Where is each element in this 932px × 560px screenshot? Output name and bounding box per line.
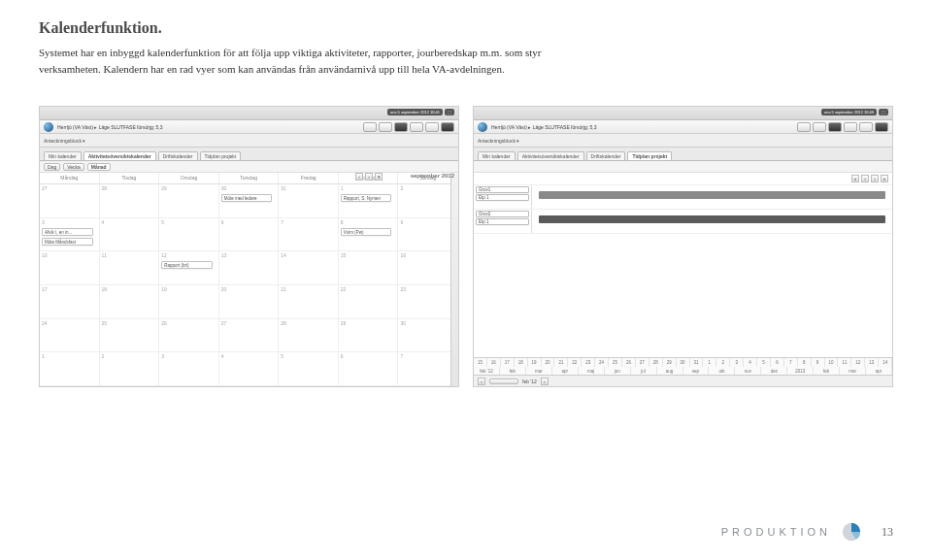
calendar-cell[interactable]: 22 bbox=[339, 285, 399, 319]
calendar-cell[interactable]: 6 bbox=[219, 218, 280, 252]
ruler-day: 9 bbox=[812, 358, 825, 367]
calendar-event[interactable]: Afvik I, en in... bbox=[42, 228, 93, 236]
subnav: Anteckningsblock ▾ bbox=[40, 134, 458, 148]
toolbar-button[interactable] bbox=[859, 122, 873, 132]
toolbar-button[interactable] bbox=[379, 122, 392, 132]
calendar-cell[interactable]: 27 bbox=[40, 184, 100, 218]
calendar-cell[interactable]: 9 bbox=[398, 218, 458, 252]
tab-aktivitet[interactable]: Aktivitetsöversiktskalender bbox=[83, 151, 156, 160]
calendar-cell[interactable]: 21 bbox=[279, 285, 339, 319]
calendar-cell[interactable]: 4 bbox=[100, 218, 160, 252]
zoom-prev[interactable]: ‹ bbox=[478, 378, 485, 385]
calendar-event[interactable]: Möte Måndsfast bbox=[42, 238, 93, 246]
day-number: 17 bbox=[42, 286, 48, 292]
calendar-cell[interactable]: 1 bbox=[40, 352, 100, 386]
subnav-label[interactable]: Anteckningsblock ▾ bbox=[44, 138, 85, 144]
group-chip[interactable]: Grov1 bbox=[476, 186, 529, 193]
calendar-cell[interactable]: 7 bbox=[279, 218, 339, 252]
calendar-cell[interactable]: 1Rapport, S. Nymen bbox=[339, 184, 399, 218]
calendar-event[interactable]: Möte med ledare bbox=[221, 194, 273, 202]
tl-first[interactable]: « bbox=[851, 175, 859, 182]
toolbar-button[interactable] bbox=[394, 122, 408, 132]
toolbar-button[interactable] bbox=[844, 122, 857, 132]
calendar-cell[interactable]: 28 bbox=[100, 184, 160, 218]
toolbar-button[interactable] bbox=[875, 122, 888, 132]
side-handle[interactable] bbox=[450, 173, 458, 386]
group-chip[interactable]: Etp 1 bbox=[476, 194, 529, 201]
tab-drift[interactable]: Driftskalender bbox=[158, 151, 198, 160]
calendar-cell[interactable]: 20 bbox=[219, 285, 280, 319]
calendar-cell[interactable]: 30Möte med ledare bbox=[219, 184, 280, 218]
toolbar-button[interactable] bbox=[441, 122, 454, 132]
tab-min-kalender[interactable]: Min kalender bbox=[478, 151, 516, 160]
toolbar-button[interactable] bbox=[410, 122, 423, 132]
toolbar-button[interactable] bbox=[425, 122, 439, 132]
timeline-lane[interactable] bbox=[532, 210, 892, 233]
calendar-cell[interactable]: 2 bbox=[100, 352, 160, 386]
calendar-cell[interactable]: 31 bbox=[279, 184, 339, 218]
month-grid[interactable]: 27282930Möte med ledare311Rapport, S. Ny… bbox=[40, 184, 458, 386]
timeline-bar[interactable] bbox=[539, 215, 884, 223]
calendar-cell[interactable]: 7 bbox=[398, 352, 458, 386]
calendar-cell[interactable]: 25 bbox=[100, 319, 160, 353]
day-number: 29 bbox=[161, 185, 167, 191]
calendar-cell[interactable]: 3 bbox=[159, 352, 219, 386]
toolbar-button[interactable] bbox=[813, 122, 826, 132]
calendar-cell[interactable]: 18 bbox=[100, 285, 160, 319]
next-month[interactable]: › bbox=[365, 173, 373, 181]
calendar-event[interactable]: Vstm (Pw) bbox=[341, 228, 392, 236]
calendar-cell[interactable]: 28 bbox=[279, 319, 339, 353]
prev-month[interactable]: ‹ bbox=[355, 173, 363, 181]
calendar-cell[interactable]: 14 bbox=[279, 251, 339, 285]
tab-aktivitet[interactable]: Aktivitetsöversiktskalender bbox=[517, 151, 584, 160]
day-number: 24 bbox=[42, 320, 48, 326]
page-footer: PRODUKTION 13 bbox=[721, 521, 893, 543]
calendar-cell[interactable]: 4 bbox=[219, 352, 280, 386]
calendar-cell[interactable]: 8Vstm (Pw) bbox=[339, 218, 399, 252]
calendar-cell[interactable]: 27 bbox=[219, 319, 280, 353]
zoom-segment[interactable] bbox=[489, 379, 518, 384]
tl-prev[interactable]: ‹ bbox=[861, 175, 869, 182]
calendar-cell[interactable]: 24 bbox=[40, 319, 100, 353]
toolbar-button[interactable] bbox=[363, 122, 377, 132]
toolbar-button[interactable] bbox=[828, 122, 842, 132]
tl-next[interactable]: › bbox=[871, 175, 879, 182]
calendar-cell[interactable]: 26 bbox=[159, 319, 219, 353]
calendar-cell[interactable]: 29 bbox=[159, 184, 219, 218]
month-menu[interactable]: ▾ bbox=[375, 173, 383, 181]
calendar-cell[interactable]: 15 bbox=[339, 251, 399, 285]
tab-tidplan[interactable]: Tidplan projekt bbox=[627, 151, 672, 160]
calendar-cell[interactable]: 6 bbox=[339, 352, 399, 386]
tab-min-kalender[interactable]: Min kalender bbox=[44, 151, 82, 160]
calendar-cell[interactable]: 2 bbox=[398, 184, 458, 218]
calendar-cell[interactable]: 19 bbox=[159, 285, 219, 319]
calendar-cell[interactable]: 29 bbox=[339, 319, 399, 353]
calendar-event[interactable]: Rapport, S. Nymen bbox=[341, 194, 392, 202]
tab-tidplan[interactable]: Tidplan projekt bbox=[200, 151, 242, 160]
calendar-cell[interactable]: 12Rapport (bri) bbox=[159, 251, 219, 285]
calendar-cell[interactable]: 5 bbox=[159, 218, 219, 252]
calendar-cell[interactable]: 16 bbox=[398, 251, 458, 285]
calendar-cell[interactable]: 30 bbox=[398, 319, 458, 353]
tab-drift[interactable]: Driftskalender bbox=[586, 151, 626, 160]
view-week[interactable]: Vecka bbox=[63, 163, 84, 171]
day-number: 3 bbox=[42, 219, 45, 225]
calendar-cell[interactable]: 5 bbox=[279, 352, 339, 386]
timeline-lane[interactable] bbox=[532, 185, 892, 209]
group-chip[interactable]: Etp 1 bbox=[476, 218, 529, 225]
zoom-next[interactable]: › bbox=[541, 378, 549, 385]
view-day[interactable]: Dag bbox=[44, 163, 60, 171]
view-month[interactable]: Månad bbox=[87, 163, 111, 171]
group-chip[interactable]: Grov2 bbox=[476, 211, 529, 217]
calendar-cell[interactable]: 17 bbox=[40, 285, 100, 319]
calendar-cell[interactable]: 23 bbox=[398, 285, 458, 319]
calendar-cell[interactable]: 10 bbox=[40, 251, 100, 285]
calendar-cell[interactable]: 11 bbox=[100, 251, 160, 285]
toolbar-button[interactable] bbox=[797, 122, 811, 132]
subnav-label[interactable]: Anteckningsblock ▾ bbox=[478, 138, 519, 144]
calendar-cell[interactable]: 3Afvik I, en in...Möte Måndsfast bbox=[40, 218, 100, 252]
tl-last[interactable]: » bbox=[881, 175, 888, 182]
calendar-event[interactable]: Rapport (bri) bbox=[161, 261, 213, 269]
timeline-bar[interactable] bbox=[539, 191, 884, 199]
calendar-cell[interactable]: 13 bbox=[219, 251, 280, 285]
